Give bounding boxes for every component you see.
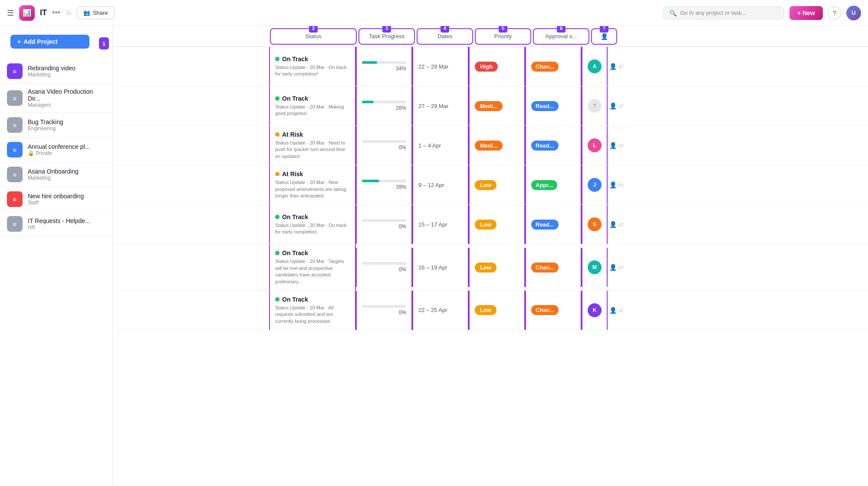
- status-cell: On Track Status Update - 20 Mar · On tra…: [269, 47, 356, 86]
- person-icon[interactable]: 👤: [609, 307, 617, 314]
- approval-cell[interactable]: Appr...: [525, 165, 582, 204]
- share-row-icon[interactable]: ⇄: [618, 181, 624, 188]
- progress-pct: 0%: [362, 266, 406, 273]
- sidebar-item-annual-conf[interactable]: ≡ Annual conference pl... 🔒 Private: [0, 138, 112, 162]
- col-header-progress: Task Progress: [369, 33, 404, 39]
- avatar-cell: K: [582, 291, 608, 330]
- dates-text: 22 – 29 Mar: [418, 63, 448, 70]
- person-icon[interactable]: 👤: [609, 102, 617, 109]
- person-icon[interactable]: 👤: [609, 264, 617, 271]
- progress-pct: 34%: [362, 66, 406, 72]
- avatar-cell: A: [582, 47, 608, 86]
- sidebar-item-new-hire[interactable]: ≡ New hire onboarding Staff: [0, 187, 112, 212]
- dates-text: 9 – 12 Apr: [418, 182, 444, 188]
- share-row-icon[interactable]: ⇄: [618, 102, 624, 109]
- sidebar-icon-asana-onboarding: ≡: [7, 167, 23, 182]
- status-text: Status Update - 20 Mar · Need to push fo…: [275, 140, 350, 160]
- progress-cell: 34%: [356, 47, 412, 86]
- status-cell: At Risk Status Update - 20 Mar · Need to…: [269, 126, 356, 165]
- person-icon[interactable]: 👤: [609, 181, 617, 188]
- person-icon[interactable]: 👤: [609, 63, 617, 70]
- add-icon: +: [17, 38, 21, 45]
- sidebar-item-asana-onboarding[interactable]: ≡ Asana Onboarding Marketing: [0, 162, 112, 187]
- avatar-cell: ?: [582, 86, 608, 125]
- sidebar-icon-bug-tracking: ≡: [7, 117, 23, 133]
- sidebar: + Add Project 1 ≡ Rebranding video Marke…: [0, 26, 113, 486]
- dates-text: 1 – 4 Apr: [418, 142, 441, 149]
- favorite-icon[interactable]: ☆: [66, 9, 72, 17]
- dates-text: 16 – 19 Apr: [418, 264, 447, 271]
- share-row-icon[interactable]: ⇄: [618, 264, 624, 271]
- sidebar-icon-annual-conf: ≡: [7, 142, 23, 158]
- col-header-dates: Dates: [437, 33, 452, 39]
- progress-pct: 0%: [362, 223, 406, 230]
- row-avatar: J: [588, 178, 602, 192]
- search-bar[interactable]: 🔍 Go to any project or task...: [663, 7, 784, 20]
- status-text: Status Update - 20 Mar · Making good pro…: [275, 104, 350, 117]
- more-options-icon[interactable]: •••: [52, 8, 60, 17]
- approval-cell[interactable]: Chan...: [525, 248, 582, 287]
- approval-cell[interactable]: Read...: [525, 86, 582, 125]
- add-project-button[interactable]: + Add Project: [10, 35, 89, 49]
- new-button[interactable]: + New: [789, 6, 823, 20]
- share-row-icon[interactable]: ⇄: [618, 221, 624, 228]
- status-text: Status Update - 20 Mar · Targets will be…: [275, 258, 350, 285]
- status-cell: At Risk Status Update - 20 Mar · New pro…: [269, 165, 356, 204]
- sidebar-item-sub: Engineering: [28, 125, 63, 131]
- sidebar-item-sub: Staff: [28, 200, 84, 206]
- approval-badge: Read...: [531, 220, 559, 230]
- share-row-icon[interactable]: ⇄: [618, 142, 624, 149]
- menu-icon[interactable]: ☰: [7, 8, 14, 18]
- priority-badge: Low: [475, 263, 496, 273]
- sidebar-icon-new-hire: ≡: [7, 191, 23, 207]
- status-text: Status Update - 20 Mar · All requests su…: [275, 305, 350, 325]
- table-row: On Track Status Update - 20 Mar · Making…: [113, 86, 868, 126]
- status-cell: On Track Status Update - 20 Mar · On tra…: [269, 205, 356, 244]
- status-dot: [275, 297, 279, 302]
- status-label: On Track: [282, 250, 308, 256]
- progress-cell: 0%: [356, 205, 412, 244]
- share-button[interactable]: 👥 Share: [77, 7, 115, 19]
- sidebar-item-sub: 🔒 Private: [28, 150, 90, 156]
- approval-cell[interactable]: Chan...: [525, 291, 582, 330]
- sidebar-item-bug-tracking[interactable]: ≡ Bug Tracking Engineering: [0, 113, 112, 138]
- row-actions: 👤 ⇄: [608, 217, 629, 231]
- person-icon[interactable]: 👤: [609, 221, 617, 228]
- status-label: On Track: [282, 95, 308, 102]
- person-icon[interactable]: 👤: [609, 142, 617, 149]
- approval-cell[interactable]: Chan...: [525, 47, 582, 86]
- share-row-icon[interactable]: ⇄: [618, 307, 624, 314]
- sidebar-icon-rebranding: ≡: [7, 63, 23, 79]
- col-badge-2: 2: [309, 26, 318, 33]
- priority-cell: Low: [469, 248, 525, 287]
- status-cell: On Track Status Update - 20 Mar · Target…: [269, 244, 356, 290]
- row-actions: 👤 ⇄: [608, 99, 629, 113]
- avatar-cell: S: [582, 205, 608, 244]
- progress-cell: 26%: [356, 86, 412, 125]
- dates-cell: 22 – 29 Mar: [412, 47, 469, 86]
- user-avatar[interactable]: U: [846, 6, 861, 20]
- help-button[interactable]: ?: [828, 7, 841, 20]
- progress-bar: [362, 61, 377, 64]
- sidebar-item-it-requests[interactable]: ≡ IT Requests - Helpde... HR: [0, 212, 112, 236]
- approval-cell[interactable]: Read...: [525, 126, 582, 165]
- priority-badge: Low: [475, 180, 496, 190]
- nav-title: IT: [40, 8, 47, 17]
- approval-cell[interactable]: Read...: [525, 205, 582, 244]
- dates-text: 27 – 29 Mar: [418, 103, 448, 109]
- sidebar-item-name: IT Requests - Helpde...: [28, 217, 90, 224]
- col-badge-7: 7: [600, 26, 608, 33]
- priority-cell: High: [469, 47, 525, 86]
- row-actions: 👤 ⇄: [608, 303, 629, 317]
- sidebar-item-asana-video[interactable]: ≡ Asana Video Production Dir... Managers: [0, 84, 112, 113]
- search-placeholder: Go to any project or task...: [680, 10, 746, 16]
- sidebar-item-rebranding[interactable]: ≡ Rebranding video Marketing: [0, 59, 112, 84]
- sidebar-badge: 1: [99, 37, 109, 49]
- sidebar-item-sub: Managers: [28, 102, 105, 108]
- sidebar-item-name: Rebranding video: [28, 65, 76, 72]
- share-row-icon[interactable]: ⇄: [618, 63, 624, 70]
- row-avatar: M: [588, 260, 602, 274]
- status-text: Status Update - 20 Mar · New proposed am…: [275, 179, 350, 199]
- priority-badge: High: [475, 62, 498, 72]
- table-row: On Track Status Update - 20 Mar · All re…: [113, 291, 868, 330]
